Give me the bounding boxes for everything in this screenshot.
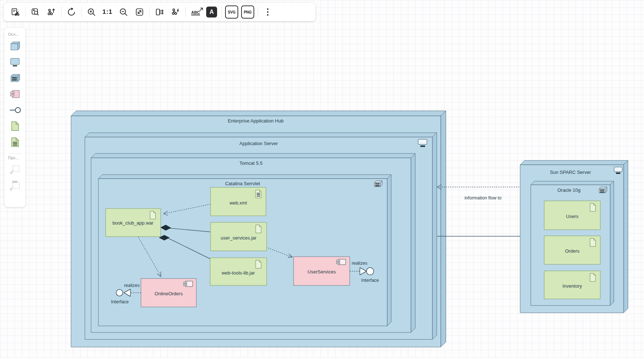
node-title: Oracle 10g	[557, 187, 581, 193]
outline-panel-icon[interactable]	[152, 5, 168, 19]
artifact-label: Users	[566, 214, 578, 219]
artifact-icon	[590, 203, 596, 211]
zoom-out-icon[interactable]	[115, 5, 131, 19]
artifact-web-xml[interactable]: web.xml	[211, 187, 266, 216]
svg-badge: SVG	[225, 5, 238, 19]
diagram-canvas[interactable]: Enterprise Application Hub Application S…	[0, 0, 644, 358]
share-diagram-icon[interactable]	[43, 5, 59, 19]
artifact-book-club-app-war[interactable]: book_club_app.war	[106, 209, 161, 237]
artifact-web-tools-lib-jar[interactable]: web-tools-lib.jar	[210, 258, 267, 285]
png-badge: PNG	[241, 5, 254, 19]
artifact-label: book_club_app.war	[113, 220, 154, 226]
component-user-services[interactable]: UserServices	[294, 257, 350, 285]
top-toolbar: 1:1	[4, 3, 315, 21]
font-style-button[interactable]: A	[204, 5, 220, 19]
more-options-icon[interactable]	[260, 5, 276, 19]
artifact-content-icon	[256, 190, 261, 198]
shape-device[interactable]	[8, 55, 22, 69]
artifact-label: user_services.jar	[221, 235, 257, 241]
interface-label: Interface	[361, 278, 379, 283]
shape-frame[interactable]	[8, 178, 22, 193]
zoom-ratio-label: 1:1	[102, 8, 113, 16]
export-png-button[interactable]: PNG	[240, 5, 256, 19]
link-information-flow[interactable]	[437, 184, 520, 190]
shapes-sidebar: Осн...	[4, 28, 25, 207]
deployment-diagram: Enterprise Application Hub Application S…	[0, 0, 644, 358]
shape-dependency[interactable]	[8, 162, 22, 177]
execution-environment-icon	[374, 181, 382, 187]
artifact-inventory[interactable]: Inventory	[544, 271, 600, 299]
component-label: UserServices	[307, 269, 336, 275]
artifact-label: web.xml	[229, 200, 247, 206]
shape-artifact[interactable]	[8, 119, 22, 133]
toolbar-separator	[25, 7, 25, 17]
toolbar-separator	[221, 7, 222, 17]
artifact-icon	[256, 225, 261, 233]
artifact-label: web-tools-lib.jar	[221, 270, 255, 276]
node-title: Sun SPARC Server	[550, 170, 591, 175]
node-title: Application Server	[239, 141, 278, 146]
artifact-orders[interactable]: Orders	[544, 236, 600, 264]
realizes-label: realizes	[352, 261, 367, 266]
component-online-orders[interactable]: OnlineOrders	[141, 279, 196, 307]
auto-layout-icon[interactable]	[168, 5, 184, 19]
interface-label: Interface	[111, 299, 129, 304]
artifact-label: Inventory	[562, 283, 582, 289]
toolbar-separator	[61, 7, 62, 17]
node-title: Catalina Serrvlet	[225, 181, 260, 186]
shape-component[interactable]	[8, 87, 22, 101]
clipboard-cut-icon[interactable]	[7, 5, 23, 19]
artifact-icon	[590, 238, 596, 246]
shapes-section-label: Про...	[8, 156, 19, 160]
component-label: OnlineOrders	[154, 291, 183, 296]
font-style-label: A	[206, 7, 217, 17]
zoom-ratio-button[interactable]: 1:1	[99, 5, 115, 19]
execution-environment-icon	[599, 187, 607, 193]
artifact-icon	[590, 273, 596, 281]
artifact-user-services-jar[interactable]: user_services.jar	[211, 222, 267, 251]
export-svg-button[interactable]: SVG	[224, 5, 240, 19]
shape-node-3d[interactable]	[8, 39, 22, 53]
artifact-icon	[256, 260, 261, 268]
information-flow-label: information flow to	[464, 195, 501, 201]
artifact-label: Orders	[565, 248, 580, 254]
shapes-section-label: Осн...	[8, 32, 19, 36]
zoom-in-icon[interactable]	[83, 5, 99, 19]
toolbar-separator	[149, 7, 150, 17]
shape-artifact-content[interactable]	[8, 135, 22, 149]
toolbar-separator	[258, 7, 258, 17]
node-title: Enterprise Application Hub	[228, 118, 283, 124]
abc-label: ABC	[191, 10, 200, 15]
realizes-label: realizes	[124, 283, 140, 288]
toolbar-separator	[81, 7, 82, 17]
toolbar-separator	[185, 7, 186, 17]
shape-interface[interactable]	[8, 103, 22, 117]
fit-screen-icon[interactable]	[131, 5, 148, 19]
spellcheck-icon[interactable]: ABC	[188, 5, 204, 19]
shape-execution-environment[interactable]	[8, 71, 22, 85]
artifact-icon	[150, 211, 156, 219]
refresh-icon[interactable]	[63, 5, 79, 19]
artifact-users[interactable]: Users	[544, 201, 600, 230]
zoom-to-selection-icon[interactable]	[27, 5, 43, 19]
sidebar-divider	[8, 153, 21, 153]
node-title: Tomcat 5.5	[239, 160, 263, 166]
